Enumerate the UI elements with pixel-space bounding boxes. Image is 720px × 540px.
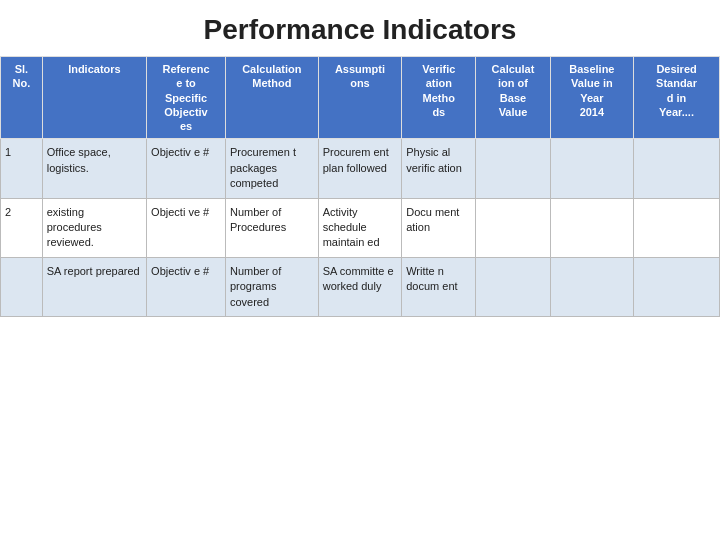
cell-sl-2: 2 xyxy=(1,198,43,257)
cell-assumptions-1: Procurem ent plan followed xyxy=(318,139,401,198)
cell-sl-3 xyxy=(1,257,43,316)
cell-baseline-1 xyxy=(550,139,633,198)
cell-reference-2: Objecti ve # xyxy=(147,198,226,257)
performance-table: Sl.No. Indicators Reference toSpecificOb… xyxy=(0,56,720,317)
cell-verification-3: Writte n docum ent xyxy=(402,257,476,316)
header-calc-ion: Calculation ofBaseValue xyxy=(476,57,550,139)
header-verification: VerificationMethods xyxy=(402,57,476,139)
header-reference: Reference toSpecificObjectives xyxy=(147,57,226,139)
cell-calcion-1 xyxy=(476,139,550,198)
header-assumptions: Assumptions xyxy=(318,57,401,139)
table-body: 1 Office space, logistics. Objectiv e # … xyxy=(1,139,720,317)
table-row: 1 Office space, logistics. Objectiv e # … xyxy=(1,139,720,198)
header-calculation: CalculationMethod xyxy=(225,57,318,139)
header-sl: Sl.No. xyxy=(1,57,43,139)
cell-baseline-3 xyxy=(550,257,633,316)
cell-calculation-1: Procuremen t packages competed xyxy=(225,139,318,198)
cell-indicators-3: SA report prepared xyxy=(42,257,146,316)
cell-verification-1: Physic al verific ation xyxy=(402,139,476,198)
cell-desired-2 xyxy=(634,198,720,257)
cell-desired-1 xyxy=(634,139,720,198)
cell-desired-3 xyxy=(634,257,720,316)
cell-assumptions-2: Activity schedule maintain ed xyxy=(318,198,401,257)
header-baseline: BaselineValue inYear2014 xyxy=(550,57,633,139)
cell-calculation-3: Number of programs covered xyxy=(225,257,318,316)
table-row: SA report prepared Objectiv e # Number o… xyxy=(1,257,720,316)
cell-calcion-3 xyxy=(476,257,550,316)
cell-calcion-2 xyxy=(476,198,550,257)
cell-calculation-2: Number of Procedures xyxy=(225,198,318,257)
cell-verification-2: Docu ment ation xyxy=(402,198,476,257)
table-row: 2 existing procedures reviewed. Objecti … xyxy=(1,198,720,257)
header-indicators: Indicators xyxy=(42,57,146,139)
cell-indicators-1: Office space, logistics. xyxy=(42,139,146,198)
header-desired: DesiredStandard inYear.... xyxy=(634,57,720,139)
table-header-row: Sl.No. Indicators Reference toSpecificOb… xyxy=(1,57,720,139)
cell-baseline-2 xyxy=(550,198,633,257)
cell-reference-3: Objectiv e # xyxy=(147,257,226,316)
cell-indicators-2: existing procedures reviewed. xyxy=(42,198,146,257)
cell-reference-1: Objectiv e # xyxy=(147,139,226,198)
page-title: Performance Indicators xyxy=(0,0,720,56)
cell-assumptions-3: SA committe e worked duly xyxy=(318,257,401,316)
cell-sl-1: 1 xyxy=(1,139,43,198)
